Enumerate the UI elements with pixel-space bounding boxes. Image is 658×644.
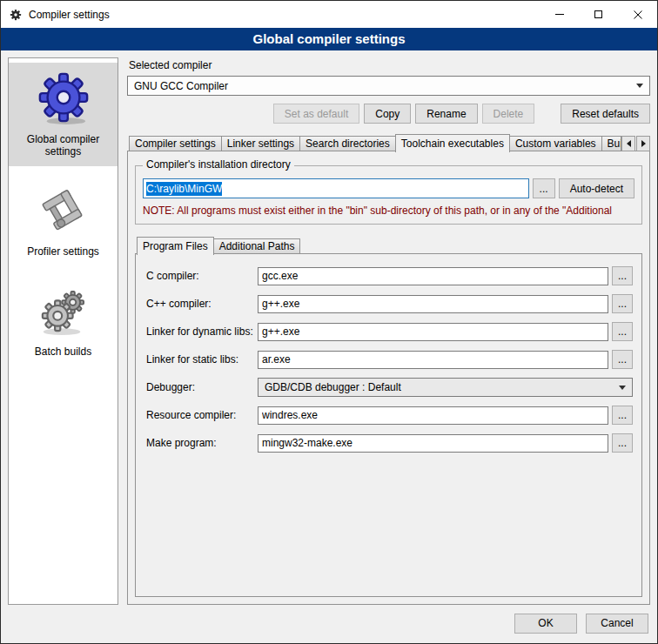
directory-note: NOTE: All programs must exist either in … <box>143 205 634 217</box>
dialog-footer: OK Cancel <box>1 608 657 643</box>
cpp-compiler-input[interactable] <box>258 295 608 313</box>
main-settings-area: Selected compiler GNU GCC Compiler Set a… <box>127 57 650 605</box>
toolchain-executables-panel: Compiler's installation directory C:\ray… <box>127 151 650 605</box>
gray-gears-icon <box>37 284 91 340</box>
toolchain-field-row: Linker for static libs: ... <box>146 350 633 369</box>
titlebar: Compiler settings <box>1 1 657 28</box>
profiler-tool-icon <box>37 184 91 240</box>
auto-detect-button[interactable]: Auto-detect <box>559 178 634 198</box>
tab-custom-variables[interactable]: Custom variables <box>509 136 602 151</box>
sidebar-item-label: Profiler settings <box>27 245 99 258</box>
tab-build-options-truncated[interactable]: Buil <box>601 136 621 151</box>
browse-make-program-button[interactable]: ... <box>612 433 633 453</box>
static-linker-input[interactable] <box>258 351 608 369</box>
installation-directory-input[interactable]: C:\raylib\MinGW <box>143 178 529 198</box>
tab-additional-paths[interactable]: Additional Paths <box>213 238 301 254</box>
content-area: Global compiler settings Profiler set <box>1 50 657 608</box>
delete-button[interactable]: Delete <box>482 104 535 124</box>
compiler-action-buttons: Set as default Copy Rename Delete Reset … <box>127 104 650 124</box>
installation-directory-legend: Compiler's installation directory <box>143 158 294 171</box>
make-program-label: Make program: <box>146 437 258 449</box>
browse-static-linker-button[interactable]: ... <box>612 350 633 369</box>
tab-scroll-left-button[interactable] <box>621 136 635 151</box>
dynamic-linker-input[interactable] <box>258 323 608 341</box>
debugger-dropdown[interactable]: GDB/CDB debugger : Default <box>258 378 633 397</box>
toolchain-field-row: Make program: ... <box>146 433 633 453</box>
maximize-icon <box>594 10 602 18</box>
toolchain-field-row: Debugger: GDB/CDB debugger : Default <box>146 378 633 397</box>
caption-buttons <box>540 1 657 28</box>
installation-directory-group: Compiler's installation directory C:\ray… <box>135 165 642 225</box>
resource-compiler-input[interactable] <box>258 406 608 425</box>
chevron-down-icon <box>619 386 626 390</box>
window-icon <box>9 8 23 22</box>
sidebar-item-label: Batch builds <box>35 345 91 358</box>
toolchain-field-row: Resource compiler: ... <box>146 406 633 425</box>
sidebar-item-profiler-settings[interactable]: Profiler settings <box>9 177 118 266</box>
compiler-settings-dialog: Compiler settings Global compiler settin… <box>0 0 658 644</box>
settings-tab-bar: Compiler settings Linker settings Search… <box>127 134 650 151</box>
browse-dynamic-linker-button[interactable]: ... <box>612 322 633 341</box>
tab-program-files[interactable]: Program Files <box>137 237 214 255</box>
toolchain-field-row: C compiler: ... <box>146 266 633 285</box>
window-title: Compiler settings <box>29 9 110 21</box>
left-arrow-icon <box>627 140 631 147</box>
static-linker-label: Linker for static libs: <box>146 353 258 366</box>
program-files-panel: C compiler: ... C++ compiler: ... <box>135 253 642 597</box>
tab-search-directories[interactable]: Search directories <box>299 136 396 151</box>
maximize-button[interactable] <box>579 1 618 28</box>
resource-compiler-label: Resource compiler: <box>146 409 258 421</box>
c-compiler-input[interactable] <box>258 267 608 285</box>
dialog-banner-title: Global compiler settings <box>1 28 657 50</box>
selected-compiler-dropdown[interactable]: GNU GCC Compiler <box>127 76 650 96</box>
close-button[interactable] <box>618 1 657 28</box>
browse-resource-compiler-button[interactable]: ... <box>612 406 633 425</box>
tab-toolchain-executables[interactable]: Toolchain executables <box>395 134 510 152</box>
tab-scroll-right-button[interactable] <box>636 136 650 151</box>
installation-directory-value: C:\raylib\MinGW <box>146 182 222 196</box>
dynamic-linker-label: Linker for dynamic libs: <box>146 325 258 338</box>
close-icon <box>634 10 642 19</box>
browse-directory-button[interactable]: ... <box>533 178 555 198</box>
ok-button[interactable]: OK <box>514 614 577 634</box>
rename-button[interactable]: Rename <box>415 104 477 124</box>
sidebar-item-label: Global compiler settings <box>11 133 115 158</box>
browse-cpp-compiler-button[interactable]: ... <box>612 294 633 313</box>
sidebar-item-batch-builds[interactable]: Batch builds <box>9 277 118 366</box>
program-files-tab-bar: Program Files Additional Paths <box>135 237 642 254</box>
toolchain-field-row: C++ compiler: ... <box>146 294 633 313</box>
installation-directory-row: C:\raylib\MinGW ... Auto-detect <box>143 178 634 198</box>
minimize-icon <box>555 14 564 15</box>
debugger-label: Debugger: <box>146 381 258 393</box>
selected-compiler-label: Selected compiler <box>129 59 650 71</box>
tab-linker-settings[interactable]: Linker settings <box>221 136 300 151</box>
make-program-input[interactable] <box>258 434 608 453</box>
minimize-button[interactable] <box>540 1 579 28</box>
cpp-compiler-label: C++ compiler: <box>146 298 258 310</box>
sidebar-item-global-compiler-settings[interactable]: Global compiler settings <box>9 63 118 166</box>
c-compiler-label: C compiler: <box>146 270 258 282</box>
blue-gear-icon <box>37 70 91 128</box>
chevron-down-icon <box>636 84 643 88</box>
debugger-value: GDB/CDB debugger : Default <box>265 381 401 393</box>
browse-c-compiler-button[interactable]: ... <box>612 266 633 285</box>
right-arrow-icon <box>641 140 646 147</box>
selected-compiler-value: GNU GCC Compiler <box>134 80 228 92</box>
settings-category-list: Global compiler settings Profiler set <box>8 57 118 605</box>
copy-button[interactable]: Copy <box>364 104 411 124</box>
set-as-default-button[interactable]: Set as default <box>273 104 359 124</box>
cancel-button[interactable]: Cancel <box>586 614 648 634</box>
tab-compiler-settings[interactable]: Compiler settings <box>129 136 222 151</box>
toolchain-field-row: Linker for dynamic libs: ... <box>146 322 633 341</box>
reset-defaults-button[interactable]: Reset defaults <box>561 104 650 124</box>
